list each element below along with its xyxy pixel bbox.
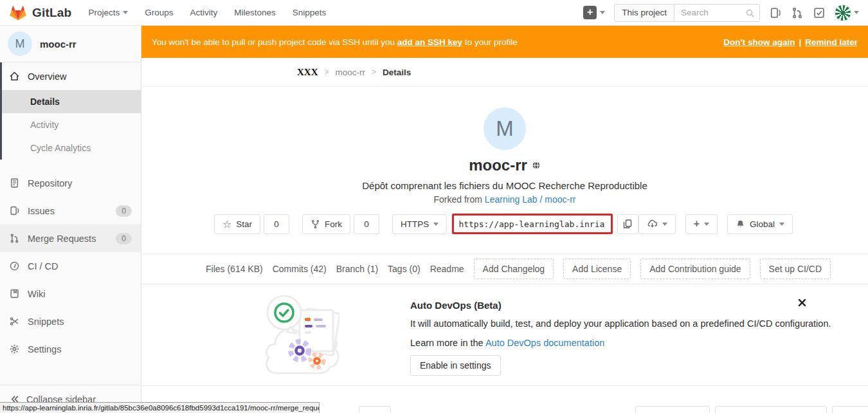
sidebar-item-ci-cd[interactable]: CI / CD xyxy=(0,252,141,280)
banner-separator: | xyxy=(799,37,801,47)
auto-devops-doc-link[interactable]: Auto DevOps documentation xyxy=(485,338,604,348)
chevron-down-icon xyxy=(433,223,439,226)
nav-snippets[interactable]: Snippets xyxy=(293,8,327,17)
bell-icon xyxy=(736,219,745,229)
merge-request-icon xyxy=(9,233,20,244)
breadcrumb-user[interactable]: XXX xyxy=(297,67,318,78)
search-icon xyxy=(745,8,755,18)
gitlab-logo[interactable]: GitLab xyxy=(9,5,71,21)
nav-activity[interactable]: Activity xyxy=(190,8,217,17)
remind-later-link[interactable]: Remind later xyxy=(805,37,858,47)
project-avatar: M xyxy=(8,32,32,56)
project-actions-row: ☆ Star 0 Fork 0 HTTPS + xyxy=(214,213,793,235)
add-ssh-key-link[interactable]: add an SSH key xyxy=(397,37,462,47)
sidebar-item-overview[interactable]: Overview xyxy=(2,62,141,90)
forked-from-link[interactable]: Learning Lab / mooc-rr xyxy=(485,194,576,205)
nav-projects[interactable]: Projects xyxy=(88,8,128,17)
protocol-dropdown[interactable]: HTTPS xyxy=(392,214,447,234)
breadcrumb-project[interactable]: mooc-rr xyxy=(336,68,366,77)
setup-cicd-button[interactable]: Set up CI/CD xyxy=(760,259,831,279)
tab-branch[interactable]: Branch (1) xyxy=(336,264,378,274)
sidebar-item-repository[interactable]: Repository xyxy=(0,169,141,197)
todos-icon[interactable] xyxy=(813,6,826,19)
banner-text-after: to your profile xyxy=(462,37,518,47)
download-dropdown[interactable] xyxy=(638,214,676,234)
add-contribution-guide-button[interactable]: Add Contribution guide xyxy=(640,259,750,279)
chevron-down-icon xyxy=(854,11,859,14)
book-icon xyxy=(9,288,20,299)
gear-icon xyxy=(9,344,20,354)
user-menu[interactable] xyxy=(835,5,859,21)
search-scope-label: This project xyxy=(615,5,674,21)
partial-button[interactable] xyxy=(832,406,868,413)
nav-milestones[interactable]: Milestones xyxy=(234,8,276,17)
fork-icon xyxy=(311,219,320,229)
chevron-down-icon xyxy=(600,11,605,14)
merge-requests-count-badge: 0 xyxy=(116,233,132,244)
sidebar-item-snippets[interactable]: Snippets xyxy=(0,307,141,335)
browser-status-url: https://app-learninglab.inria.fr/gitlab/… xyxy=(0,402,320,413)
breadcrumb-separator: > xyxy=(325,68,329,77)
issues-icon[interactable] xyxy=(769,6,782,19)
sidebar-item-cycle-analytics[interactable]: Cycle Analytics xyxy=(2,136,141,160)
sidebar-item-issues[interactable]: Issues 0 xyxy=(0,197,141,225)
add-dropdown[interactable]: + xyxy=(685,214,718,234)
project-avatar-large: M xyxy=(484,107,526,150)
issues-count-badge: 0 xyxy=(116,205,132,217)
new-menu-button[interactable]: + xyxy=(583,6,605,19)
dont-show-again-link[interactable]: Don't show again xyxy=(723,37,795,47)
partial-button[interactable] xyxy=(635,406,710,413)
sidebar-section-overview: Overview Details Activity Cycle Analytic… xyxy=(0,62,141,160)
tab-readme[interactable]: Readme xyxy=(430,264,464,274)
chevron-down-icon xyxy=(704,223,709,226)
document-icon xyxy=(9,178,20,188)
plus-icon: + xyxy=(694,218,700,230)
cloud-download-icon xyxy=(647,219,658,229)
chevron-down-icon xyxy=(662,223,667,226)
partial-button[interactable] xyxy=(715,406,827,413)
close-icon[interactable] xyxy=(798,298,806,307)
sidebar-item-merge-requests[interactable]: Merge Requests 0 xyxy=(0,225,141,252)
ssh-warning-banner: You won't be able to pull or push projec… xyxy=(141,26,868,58)
project-description: Dépôt comprenant les fichiers du MOOC Re… xyxy=(141,180,868,191)
issues-icon xyxy=(9,205,20,216)
partial-button[interactable] xyxy=(359,406,391,413)
sidebar-item-settings[interactable]: Settings xyxy=(0,335,141,363)
top-navbar: GitLab Projects Groups Activity Mileston… xyxy=(0,0,868,26)
chevron-down-icon xyxy=(779,223,784,226)
auto-devops-title: Auto DevOps (Beta) xyxy=(410,300,502,311)
merge-request-icon[interactable] xyxy=(791,6,804,19)
copy-url-button[interactable] xyxy=(617,214,638,234)
breadcrumb: XXX > mooc-rr > Details xyxy=(141,58,868,87)
scissors-icon xyxy=(9,316,20,327)
auto-devops-illustration xyxy=(262,291,339,378)
globe-public-icon xyxy=(532,161,541,170)
tab-files[interactable]: Files (614 KB) xyxy=(206,264,263,274)
banner-text-before: You won't be able to pull or push projec… xyxy=(152,37,397,47)
enable-in-settings-button[interactable]: Enable in settings xyxy=(410,355,501,376)
sidebar-item-wiki[interactable]: Wiki xyxy=(0,280,141,307)
tanuki-icon xyxy=(9,5,27,21)
star-count[interactable]: 0 xyxy=(264,214,289,234)
auto-devops-learn-line: Learn more in the Auto DevOps documentat… xyxy=(410,338,604,348)
add-changelog-button[interactable]: Add Changelog xyxy=(474,259,554,279)
notification-dropdown[interactable]: Global xyxy=(727,214,793,234)
project-stats-bar: Files (614 KB) Commits (42) Branch (1) T… xyxy=(141,253,868,284)
add-license-button[interactable]: Add License xyxy=(563,259,631,279)
nav-groups[interactable]: Groups xyxy=(145,8,173,17)
tab-tags[interactable]: Tags (0) xyxy=(388,264,420,274)
clone-url-input[interactable] xyxy=(452,214,612,234)
tab-commits[interactable]: Commits (42) xyxy=(273,264,327,274)
gauge-icon xyxy=(9,261,20,271)
fork-count[interactable]: 0 xyxy=(354,214,379,234)
breadcrumb-separator: > xyxy=(372,68,376,77)
fork-button[interactable]: Fork xyxy=(302,214,350,234)
sidebar-project-name: mooc-rr xyxy=(40,39,77,50)
avatar xyxy=(835,5,851,21)
project-sidebar: M mooc-rr Overview Details Activity Cycl… xyxy=(0,26,141,413)
sidebar-item-details[interactable]: Details xyxy=(2,90,141,113)
plus-icon: + xyxy=(583,6,597,19)
sidebar-project-header[interactable]: M mooc-rr xyxy=(0,26,141,62)
star-button[interactable]: ☆ Star xyxy=(214,214,260,234)
sidebar-item-activity[interactable]: Activity xyxy=(2,113,141,136)
